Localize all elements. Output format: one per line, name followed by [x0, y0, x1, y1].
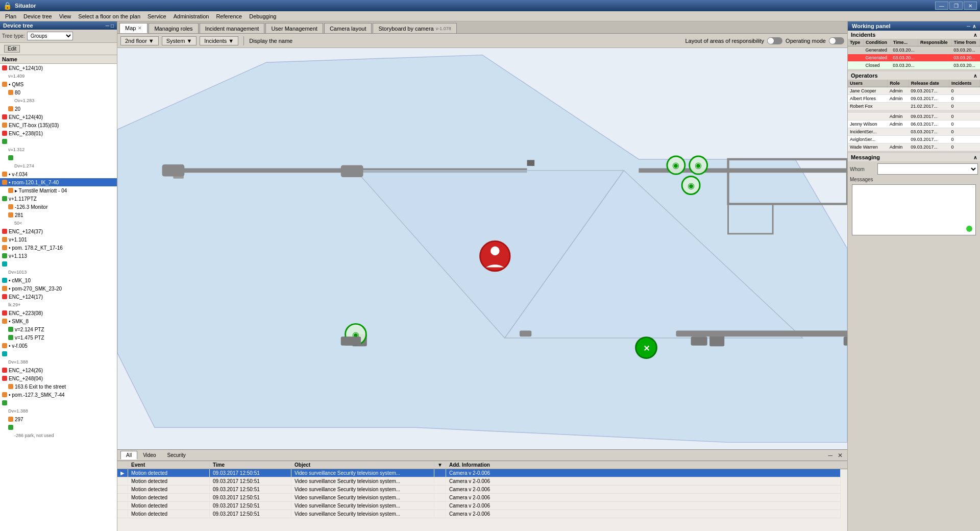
event-row[interactable]: Motion detected09.03.2017 12:50:51Video … — [117, 486, 847, 494]
tree-item[interactable]: • pom. 178.2_KT_17-16 — [0, 244, 117, 252]
event-row[interactable]: Motion detected09.03.2017 12:50:51Video … — [117, 494, 847, 502]
tree-item[interactable]: ENC_IT-box (135)(03) — [0, 121, 117, 129]
tree-item[interactable]: v=2.124 PTZ — [0, 325, 117, 333]
floor-selector[interactable]: 2nd floor ▼ — [120, 36, 159, 45]
operator-row[interactable]: Jenny WilsonAdmin06.03.2017...0 — [848, 120, 980, 128]
tree-item[interactable] — [0, 399, 117, 407]
tree-item[interactable]: ▸ Turnstile Marriott - 04 — [0, 186, 117, 195]
messaging-collapse-btn[interactable]: ∧ — [973, 155, 977, 160]
tab-user-management[interactable]: User Management — [265, 23, 323, 33]
events-table-scroll[interactable]: Event Time Object ▼ Add. Information ▶Mo… — [117, 461, 847, 527]
menu-debugging[interactable]: Debugging — [246, 13, 279, 20]
tree-item[interactable]: v=1.475 PTZ — [0, 333, 117, 342]
tree-item[interactable]: 80 — [0, 88, 117, 96]
operator-row[interactable]: Wade WarrenAdmin09.03.2017...0 — [848, 143, 980, 151]
map-area[interactable]: ◉ ◉ ◉ ◉ ◉ ◉ ◉ ◉ — [117, 48, 847, 449]
system-dropdown[interactable]: System ▼ — [162, 36, 197, 45]
tree-item-status-dot — [2, 294, 7, 299]
incidents-collapse-btn[interactable]: ∧ — [973, 32, 977, 38]
operator-row[interactable]: Jane CooperAdmin09.03.2017...0 — [848, 87, 980, 95]
event-row[interactable]: Motion detected09.03.2017 12:50:51Video … — [117, 510, 847, 518]
incident-row[interactable]: Generated03.03.20...03.03.20... — [848, 54, 980, 62]
tree-item[interactable] — [0, 137, 117, 146]
tree-item[interactable]: • v-f.005 — [0, 342, 117, 350]
messages-area[interactable] — [852, 184, 976, 235]
tree-item[interactable]: 297 — [0, 415, 117, 423]
event-row[interactable]: ▶Motion detected09.03.2017 12:50:51Video… — [117, 469, 847, 477]
operator-row[interactable]: Robert Fox21.02.2017...0 — [848, 103, 980, 110]
tree-item[interactable]: v+1.101 — [0, 235, 117, 244]
incident-row[interactable]: Closed03.03.20...03.03.20... — [848, 62, 980, 69]
tree-item[interactable]: • v-f.034 — [0, 170, 117, 178]
close-button[interactable]: ✕ — [964, 2, 977, 10]
operating-mode-toggle[interactable] — [829, 37, 844, 44]
tree-item[interactable]: 163.6 Exit to the street — [0, 382, 117, 391]
incident-row[interactable]: Generated03.03.20...03.03.20... — [848, 46, 980, 54]
event-row[interactable]: Motion detected09.03.2017 12:50:51Video … — [117, 502, 847, 510]
col-sort[interactable]: ▼ — [434, 461, 446, 469]
tree-item[interactable]: ENC_+223(08) — [0, 309, 117, 317]
operator-row[interactable]: AviglonSer...09.03.2017...0 — [848, 136, 980, 143]
tab-managing-roles[interactable]: Managing roles — [149, 23, 198, 33]
operator-row[interactable]: IncidentSer...03.03.2017...0 — [848, 128, 980, 136]
tree-item[interactable]: ENC_+124(37) — [0, 227, 117, 235]
tree-item[interactable]: ENC_+124(10) — [0, 64, 117, 72]
tab-storyboard[interactable]: Storyboard by camera v-1.078 — [373, 23, 456, 33]
operator-row[interactable]: Albert FloresAdmin09.03.2017...0 — [848, 95, 980, 103]
menu-view[interactable]: View — [56, 13, 75, 20]
device-tree-minimize-btn[interactable]: ─ — [106, 23, 109, 29]
incident-cell-responsible — [918, 62, 951, 69]
tree-item[interactable] — [0, 423, 117, 431]
working-panel-minimize-btn[interactable]: ─ — [967, 23, 970, 29]
tab-map-close[interactable]: ✕ — [138, 26, 142, 31]
tree-item[interactable]: 20 — [0, 105, 117, 113]
menu-device-tree[interactable]: Device tree — [20, 13, 55, 20]
tree-item[interactable]: v+1.113 — [0, 252, 117, 260]
tree-item[interactable]: ENC_+238(01) — [0, 129, 117, 137]
restore-button[interactable]: ❐ — [949, 2, 963, 10]
menu-plan[interactable]: Plan — [2, 13, 19, 20]
tab-incident-management[interactable]: Incident management — [200, 23, 265, 33]
menu-administration[interactable]: Administration — [170, 13, 212, 20]
tree-item[interactable]: • QMS — [0, 80, 117, 88]
menu-reference[interactable]: Reference — [213, 13, 245, 20]
layout-toggle[interactable] — [767, 37, 782, 44]
tree-item[interactable] — [0, 154, 117, 162]
tree-item[interactable]: ENC_+124(40) — [0, 113, 117, 121]
edit-button[interactable]: Edit — [4, 45, 20, 53]
tree-item-label: ENC_+124(40) — [9, 114, 115, 120]
messaging-whom-select[interactable] — [877, 163, 978, 175]
bottom-tab-video[interactable]: Video — [137, 451, 161, 460]
bottom-panel-minimize-btn[interactable]: ─ — [826, 451, 834, 460]
event-row[interactable]: Motion detected09.03.2017 12:50:51Video … — [117, 477, 847, 486]
operator-cell-release: 21.02.2017... — [909, 103, 949, 110]
tree-item[interactable]: v+1.117PTZ — [0, 195, 117, 203]
operators-collapse-btn[interactable]: ∧ — [973, 73, 977, 79]
working-panel-collapse-btn[interactable]: ∧ — [972, 23, 976, 29]
tree-item[interactable]: • SMK_8 — [0, 317, 117, 325]
menu-service[interactable]: Service — [144, 13, 169, 20]
menu-select-floor[interactable]: Select a floor on the plan — [75, 13, 143, 20]
tree-item[interactable]: • pom.-127.3_SMK_7-44 — [0, 391, 117, 399]
tree-item[interactable]: ENC_+248(04) — [0, 374, 117, 382]
device-tree-expand-btn[interactable]: □ — [111, 23, 114, 29]
operator-row[interactable]: Admin09.03.2017...0 — [848, 113, 980, 120]
tree-item[interactable] — [0, 260, 117, 268]
bottom-panel-close-btn[interactable]: ✕ — [836, 451, 844, 460]
tree-item[interactable] — [0, 350, 117, 358]
tab-map[interactable]: Map ✕ — [119, 23, 148, 33]
tree-item[interactable]: • cMK_10 — [0, 276, 117, 284]
tab-camera-layout[interactable]: Camera layout — [324, 23, 372, 33]
incidents-dropdown[interactable]: Incidents ▼ — [200, 36, 238, 45]
tree-type-select[interactable]: Groups Devices — [27, 32, 73, 40]
bottom-tab-all[interactable]: All — [120, 451, 137, 460]
tree-item[interactable]: • room-120.1_IK_7-40 — [0, 178, 117, 186]
tree-item[interactable]: ENC_+124(26) — [0, 366, 117, 374]
bottom-tab-security[interactable]: Security — [162, 451, 191, 460]
tree-item[interactable]: • pom-270_SMK_23-20 — [0, 284, 117, 293]
tree-item[interactable]: -126.3 Monitor — [0, 203, 117, 211]
window-controls: — ❐ ✕ — [935, 2, 977, 10]
tree-item[interactable]: ENC_+124(17) — [0, 293, 117, 301]
minimize-button[interactable]: — — [935, 2, 948, 10]
tree-item[interactable]: 281 — [0, 211, 117, 219]
